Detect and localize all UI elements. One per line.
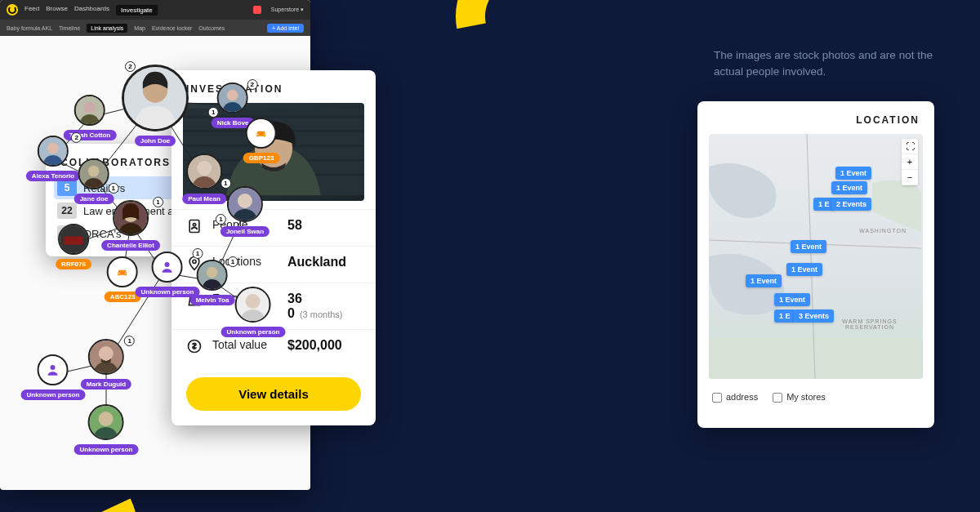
svg-point-32 xyxy=(84,102,96,114)
svg-point-56 xyxy=(99,412,114,426)
nav-investigate[interactable]: Investigate xyxy=(116,5,158,16)
svg-point-40 xyxy=(197,161,212,176)
map-region-label: WASHINGTON xyxy=(859,228,906,234)
tab-evidence[interactable]: Evidence locker xyxy=(152,25,192,31)
event-pin[interactable]: 1 Event xyxy=(746,274,782,287)
nav-dashboards[interactable]: Dashboards xyxy=(74,5,109,16)
add-intel-button[interactable]: + Add intel xyxy=(267,24,304,33)
node-label: Paul Mean xyxy=(182,194,226,204)
svg-point-36 xyxy=(88,166,100,177)
node-unknown-3[interactable]: Unknown person xyxy=(21,354,86,400)
avatar xyxy=(186,154,222,189)
node-label: GBP123 xyxy=(243,153,280,163)
svg-point-51 xyxy=(246,294,261,309)
map-legend: address My stores xyxy=(697,387,934,407)
node-unknown-2[interactable]: Unknown person xyxy=(221,287,286,337)
svg-point-46 xyxy=(238,194,252,208)
app-logo-icon[interactable] xyxy=(7,4,18,16)
event-pin[interactable]: 1 E xyxy=(774,309,795,323)
avatar xyxy=(88,339,124,375)
node-paul[interactable]: Paul Mean 1 xyxy=(182,154,226,204)
node-jonell[interactable]: Jonell Swan 1 xyxy=(220,186,270,237)
tab-link-analysis[interactable]: Link analysis xyxy=(87,24,127,33)
svg-point-54 xyxy=(51,365,56,370)
tab-map[interactable]: Map xyxy=(134,25,145,31)
svg-point-49 xyxy=(207,267,218,278)
node-vehicle-rrf[interactable]: RRF076 xyxy=(56,224,91,269)
svg-point-53 xyxy=(99,346,114,361)
avatar xyxy=(113,200,149,236)
svg-rect-44 xyxy=(64,237,83,245)
nav-feed[interactable]: Feed xyxy=(24,5,39,16)
svg-point-38 xyxy=(227,90,238,101)
app-topbar: Feed Browse Dashboards Investigate Super… xyxy=(0,0,310,20)
legend-mystores[interactable]: My stores xyxy=(773,392,826,403)
node-label: RRF076 xyxy=(56,259,91,269)
svg-point-47 xyxy=(165,262,170,267)
node-jane[interactable]: Jane doe 1 xyxy=(74,158,114,204)
node-unknown-4[interactable]: Unknown person xyxy=(74,404,139,455)
notification-icon[interactable] xyxy=(253,6,261,14)
investigation-tabs: Baby formula AKL Timeline Link analysis … xyxy=(0,20,310,36)
node-label: Alexa Tenorio xyxy=(26,171,80,181)
zoom-out-icon[interactable]: − xyxy=(902,170,918,185)
node-label: Unknown person xyxy=(221,327,286,337)
event-pin[interactable]: 2 Events xyxy=(831,198,871,211)
link-analysis-panel: Feed Browse Dashboards Investigate Super… xyxy=(0,0,310,490)
node-john-doe[interactable]: John Doe 2 xyxy=(122,65,189,146)
disclaimer-text: The images are stock photos and are not … xyxy=(714,47,934,81)
avatar xyxy=(227,186,263,222)
node-label: John Doe xyxy=(135,136,176,146)
node-label: Unknown person xyxy=(21,390,86,400)
location-title: LOCATION xyxy=(697,101,934,134)
zoom-in-icon[interactable]: + xyxy=(902,154,918,170)
node-label: Chantelle Elliot xyxy=(101,240,160,251)
svg-point-34 xyxy=(47,143,59,154)
node-label: Unknown person xyxy=(74,444,139,455)
map-terrain xyxy=(709,134,923,379)
map-region-label: WARM SPRINGS RESERVATION xyxy=(841,318,898,330)
nav-browse[interactable]: Browse xyxy=(46,5,68,16)
main-nav: Feed Browse Dashboards Investigate xyxy=(24,5,158,16)
graph-canvas[interactable]: John Doe 2 Tallah Cotton Alexa Tenorio 2… xyxy=(0,36,310,490)
fullscreen-icon[interactable]: ⛶ xyxy=(902,139,918,154)
node-chantelle[interactable]: Chantelle Elliot 1 xyxy=(101,200,160,251)
avatar xyxy=(78,158,109,189)
map-controls: ⛶ + − xyxy=(902,139,918,185)
tab-outcomes[interactable]: Outcomes xyxy=(198,25,225,31)
avatar xyxy=(74,95,105,126)
tab-case[interactable]: Baby formula AKL xyxy=(7,25,52,31)
event-pin[interactable]: 1 Event xyxy=(835,167,871,180)
avatar xyxy=(217,82,248,114)
event-pin[interactable]: 1 Event xyxy=(831,181,867,194)
vehicle-photo xyxy=(58,224,89,255)
map-view[interactable]: WASHINGTON WARM SPRINGS RESERVATION ⛶ + … xyxy=(709,134,923,379)
legend-address[interactable]: address xyxy=(712,392,758,403)
event-pin[interactable]: 1 Event xyxy=(791,240,826,253)
node-label: Mark Duguid xyxy=(81,379,131,390)
avatar xyxy=(122,65,189,131)
avatar xyxy=(38,136,69,167)
event-pin[interactable]: 1 Event xyxy=(786,263,822,276)
avatar xyxy=(88,404,124,440)
person-icon xyxy=(38,354,69,385)
store-selector[interactable]: Superstore ▾ xyxy=(271,7,304,13)
person-icon xyxy=(152,252,183,283)
node-vehicle-gbp[interactable]: GBP123 xyxy=(243,118,280,163)
tab-timeline[interactable]: Timeline xyxy=(59,25,80,31)
car-icon xyxy=(107,256,138,287)
event-pin[interactable]: 3 Events xyxy=(794,309,834,323)
car-icon xyxy=(246,118,277,149)
location-card: LOCATION WASHINGTON WARM SPRINGS RESERVA… xyxy=(697,101,934,428)
event-pin[interactable]: 1 Event xyxy=(774,293,810,306)
node-label: Jonell Swan xyxy=(220,226,270,237)
node-mark[interactable]: Mark Duguid 1 xyxy=(81,339,131,390)
node-alexa[interactable]: Alexa Tenorio 2 xyxy=(26,136,80,181)
avatar xyxy=(235,287,271,323)
decorative-arc xyxy=(430,0,612,107)
